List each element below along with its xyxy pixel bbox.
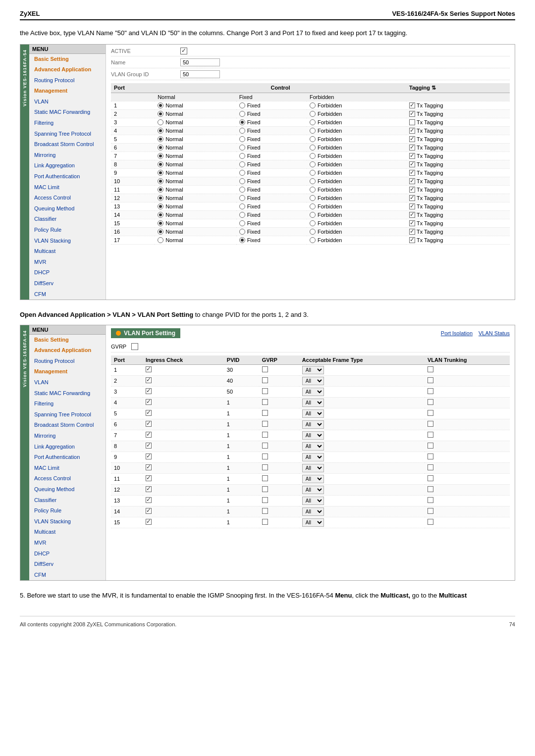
ingress-cell[interactable]: [143, 506, 224, 517]
fixed-cell[interactable]: Fixed: [236, 202, 307, 210]
forbidden-cell[interactable]: Forbidden: [307, 227, 406, 236]
forbidden-radio[interactable]: [310, 145, 316, 151]
normal-cell[interactable]: Normal: [155, 219, 236, 227]
sidebar1-item-static-mac-forwarding[interactable]: Static MAC Forwarding: [29, 107, 106, 118]
fixed-cell[interactable]: Fixed: [236, 151, 307, 160]
normal-cell[interactable]: Normal: [155, 118, 236, 126]
gvrp-cell[interactable]: [259, 386, 299, 397]
frame-type-cell[interactable]: All: [299, 517, 425, 528]
trunking-checkbox[interactable]: [428, 388, 433, 394]
sidebar2-item-mirroring[interactable]: Mirroring: [29, 431, 106, 442]
tagging-cell[interactable]: Tx Tagging: [406, 135, 510, 143]
fixed-radio[interactable]: [239, 128, 245, 134]
frame-type-select[interactable]: All: [302, 377, 324, 385]
frame-type-cell[interactable]: All: [299, 495, 425, 506]
fixed-radio[interactable]: [239, 178, 245, 184]
sidebar1-item-mvr[interactable]: MVR: [29, 257, 106, 268]
tagging-checkbox[interactable]: [409, 119, 415, 125]
normal-radio[interactable]: [158, 128, 163, 134]
sidebar2-item-advanced-application[interactable]: Advanced Application: [29, 345, 106, 356]
sidebar1-item-basic-setting[interactable]: Basic Setting: [29, 54, 106, 65]
forbidden-cell[interactable]: Forbidden: [307, 219, 406, 227]
ingress-cell[interactable]: [143, 462, 224, 473]
gvrp-cell[interactable]: [259, 364, 299, 375]
sidebar2-item-diffserv[interactable]: DiffServ: [29, 559, 106, 570]
forbidden-radio[interactable]: [310, 229, 316, 235]
normal-radio[interactable]: [158, 203, 163, 209]
frame-type-cell[interactable]: All: [299, 386, 425, 397]
tagging-checkbox[interactable]: [409, 136, 415, 142]
ingress-checkbox[interactable]: [146, 388, 152, 394]
sidebar1-item-broadcast-storm-control[interactable]: Broadcast Storm Control: [29, 139, 106, 150]
trunking-checkbox[interactable]: [428, 421, 433, 427]
forbidden-radio[interactable]: [310, 119, 316, 125]
ingress-checkbox[interactable]: [146, 421, 152, 427]
fixed-cell[interactable]: Fixed: [236, 160, 307, 168]
forbidden-cell[interactable]: Forbidden: [307, 194, 406, 202]
tagging-checkbox[interactable]: [409, 102, 415, 108]
sidebar2-item-port-authentication[interactable]: Port Authentication: [29, 452, 106, 463]
forbidden-radio[interactable]: [310, 237, 316, 243]
frame-type-cell[interactable]: All: [299, 441, 425, 452]
tagging-checkbox[interactable]: [409, 187, 415, 193]
pvid-cell[interactable]: 1: [224, 506, 259, 517]
trunking-cell[interactable]: [425, 484, 510, 495]
fixed-radio[interactable]: [239, 203, 245, 209]
sidebar2-item-cfm[interactable]: CFM: [29, 570, 106, 581]
tagging-cell[interactable]: Tx Tagging: [406, 227, 510, 236]
gvrp-row-checkbox[interactable]: [262, 432, 268, 438]
ingress-checkbox[interactable]: [146, 475, 152, 481]
gvrp-cell[interactable]: [259, 517, 299, 528]
ingress-checkbox[interactable]: [146, 508, 152, 514]
sidebar2-item-filtering[interactable]: Filtering: [29, 399, 106, 409]
pvid-cell[interactable]: 1: [224, 408, 259, 419]
trunking-checkbox[interactable]: [428, 486, 433, 492]
normal-radio[interactable]: [158, 178, 163, 184]
sidebar2-item-static-mac-forwarding[interactable]: Static MAC Forwarding: [29, 388, 106, 399]
forbidden-radio[interactable]: [310, 102, 316, 108]
pvid-cell[interactable]: 1: [224, 473, 259, 484]
sidebar2-item-vlan[interactable]: VLAN: [29, 377, 106, 388]
ingress-checkbox[interactable]: [146, 464, 152, 470]
vlan-status-link[interactable]: VLAN Status: [479, 330, 510, 336]
tagging-cell[interactable]: Tx Tagging: [406, 210, 510, 219]
tagging-cell[interactable]: Tx Tagging: [406, 109, 510, 118]
ingress-cell[interactable]: [143, 452, 224, 462]
sidebar2-item-classifier[interactable]: Classifier: [29, 495, 106, 506]
forbidden-cell[interactable]: Forbidden: [307, 236, 406, 244]
ingress-cell[interactable]: [143, 484, 224, 495]
forbidden-radio[interactable]: [310, 195, 316, 201]
ingress-cell[interactable]: [143, 441, 224, 452]
sidebar2-item-spanning-tree-protocol[interactable]: Spanning Tree Protocol: [29, 409, 106, 420]
ingress-checkbox[interactable]: [146, 497, 152, 503]
normal-radio[interactable]: [158, 187, 163, 193]
trunking-checkbox[interactable]: [428, 475, 433, 481]
tagging-cell[interactable]: Tx Tagging: [406, 118, 510, 126]
frame-type-select[interactable]: All: [302, 431, 324, 440]
trunking-checkbox[interactable]: [428, 432, 433, 438]
tagging-checkbox[interactable]: [409, 178, 415, 184]
sidebar2-item-queuing-method[interactable]: Queuing Method: [29, 484, 106, 495]
frame-type-select[interactable]: All: [302, 409, 324, 418]
gvrp-cell[interactable]: [259, 419, 299, 430]
sidebar2-item-mvr[interactable]: MVR: [29, 538, 106, 549]
pvid-cell[interactable]: 1: [224, 397, 259, 408]
trunking-checkbox[interactable]: [428, 454, 433, 459]
frame-type-cell[interactable]: All: [299, 506, 425, 517]
active-checkbox[interactable]: [180, 48, 187, 54]
trunking-checkbox[interactable]: [428, 366, 433, 372]
sidebar1-item-filtering[interactable]: Filtering: [29, 118, 106, 129]
pvid-cell[interactable]: 30: [224, 364, 259, 375]
ingress-checkbox[interactable]: [146, 519, 152, 525]
forbidden-cell[interactable]: Forbidden: [307, 143, 406, 151]
forbidden-cell[interactable]: Forbidden: [307, 101, 406, 109]
pvid-cell[interactable]: 50: [224, 386, 259, 397]
trunking-checkbox[interactable]: [428, 410, 433, 416]
fixed-radio[interactable]: [239, 136, 245, 142]
tagging-cell[interactable]: Tx Tagging: [406, 151, 510, 160]
tagging-checkbox[interactable]: [409, 220, 415, 226]
fixed-cell[interactable]: Fixed: [236, 126, 307, 135]
gvrp-row-checkbox[interactable]: [262, 377, 268, 383]
forbidden-cell[interactable]: Forbidden: [307, 210, 406, 219]
ingress-cell[interactable]: [143, 386, 224, 397]
